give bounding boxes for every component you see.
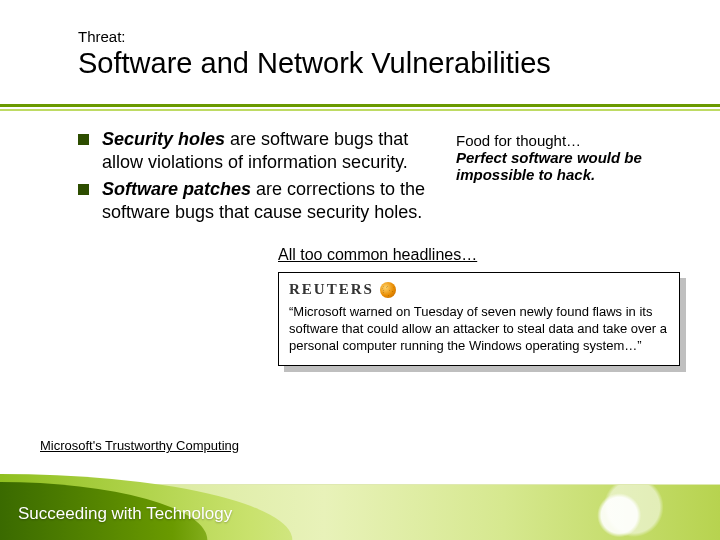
list-item: Software patches are corrections to the … bbox=[78, 178, 438, 224]
divider bbox=[0, 104, 720, 111]
footer-text: Succeeding with Technology bbox=[18, 504, 232, 524]
news-clip: REUTERS “Microsoft warned on Tuesday of … bbox=[278, 272, 680, 366]
page-title: Software and Network Vulnerabilities bbox=[78, 47, 680, 80]
trustworthy-computing-link[interactable]: Microsoft's Trustworthy Computing bbox=[40, 438, 239, 453]
news-box: REUTERS “Microsoft warned on Tuesday of … bbox=[278, 272, 680, 366]
news-quote: “Microsoft warned on Tuesday of seven ne… bbox=[289, 304, 669, 355]
bullet-strong: Security holes bbox=[102, 129, 225, 149]
list-item: Security holes are software bugs that al… bbox=[78, 128, 438, 174]
bullet-list: Security holes are software bugs that al… bbox=[78, 128, 438, 224]
body: Security holes are software bugs that al… bbox=[78, 128, 680, 366]
kicker: Threat: bbox=[78, 28, 680, 45]
news-logo: REUTERS bbox=[289, 281, 669, 298]
globe-icon bbox=[380, 282, 396, 298]
aside-lead: Food for thought… bbox=[456, 132, 680, 149]
aside: Food for thought… Perfect software would… bbox=[456, 128, 680, 228]
news-logo-text: REUTERS bbox=[289, 281, 374, 298]
aside-body: Perfect software would be impossible to … bbox=[456, 149, 680, 183]
bullet-strong: Software patches bbox=[102, 179, 251, 199]
headlines-lead: All too common headlines… bbox=[278, 246, 680, 264]
slide: Threat: Software and Network Vulnerabili… bbox=[0, 0, 720, 540]
